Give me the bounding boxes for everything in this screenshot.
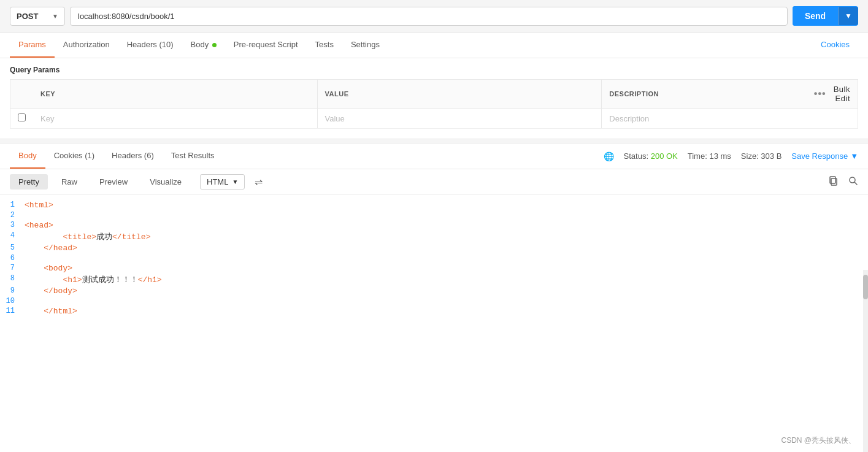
- code-line-7: 7 <body>: [0, 263, 868, 274]
- code-display: 1 <html> 2 3 <head> 4: [0, 195, 868, 321]
- svg-line-3: [855, 182, 857, 185]
- code-line-5: 5 </head>: [0, 243, 868, 253]
- send-button-group: Send ▼: [793, 6, 858, 26]
- resp-tab-body[interactable]: Body: [10, 144, 45, 169]
- tab-authorization[interactable]: Authorization: [55, 33, 118, 58]
- watermark: CSDN @秃头披风侠、: [781, 435, 856, 446]
- send-dropdown-button[interactable]: ▼: [838, 7, 858, 25]
- key-cell: Key: [33, 109, 317, 129]
- code-line-11: 11 </html>: [0, 306, 868, 316]
- tab-prerequest[interactable]: Pre-request Script: [225, 33, 307, 58]
- format-chevron-icon: ▼: [232, 178, 238, 185]
- line-num-3: 3: [0, 221, 25, 229]
- response-tabs-row: Body Cookies (1) Headers (6) Test Result…: [0, 144, 868, 169]
- th-key: KEY: [33, 80, 317, 109]
- row-checkbox-cell: [10, 109, 34, 129]
- copy-icon[interactable]: [829, 176, 839, 188]
- line-content-9: </body>: [25, 286, 868, 296]
- line-num-9: 9: [0, 286, 25, 295]
- line-num-7: 7: [0, 264, 25, 272]
- send-button[interactable]: Send: [793, 6, 838, 26]
- resp-tab-headers[interactable]: Headers (6): [103, 144, 163, 169]
- code-line-9: 9 </body>: [0, 286, 868, 296]
- scrollbar-track: [863, 270, 868, 452]
- description-cell: Description: [602, 109, 807, 129]
- status-value: 200 OK: [651, 151, 678, 161]
- section-divider: [0, 139, 868, 144]
- line-num-6: 6: [0, 254, 25, 262]
- line-num-4: 4: [0, 231, 25, 240]
- app-container: POST ▼ Send ▼ Params Authorization Heade…: [0, 0, 868, 452]
- format-tab-preview[interactable]: Preview: [91, 174, 136, 190]
- value-cell: Value: [317, 109, 602, 129]
- save-response-button[interactable]: Save Response ▼: [791, 151, 858, 161]
- tab-cookies[interactable]: Cookies: [812, 33, 858, 58]
- format-tab-visualize[interactable]: Visualize: [141, 174, 190, 190]
- params-empty-row: Key Value Description: [10, 109, 858, 129]
- format-tab-pretty[interactable]: Pretty: [10, 174, 48, 190]
- request-tabs: Params Authorization Headers (10) Body P…: [0, 33, 868, 58]
- wrap-lines-icon[interactable]: ⇌: [255, 176, 263, 188]
- tab-headers[interactable]: Headers (10): [118, 33, 182, 58]
- th-description: DESCRIPTION: [602, 80, 807, 109]
- row-checkbox[interactable]: [18, 113, 26, 121]
- time-label: Time: 13 ms: [688, 151, 731, 161]
- globe-icon: 🌐: [604, 151, 614, 161]
- line-num-11: 11: [0, 307, 25, 315]
- tab-tests[interactable]: Tests: [307, 33, 342, 58]
- size-value: 303 B: [761, 151, 782, 161]
- tab-body[interactable]: Body: [182, 33, 225, 58]
- save-response-chevron-icon: ▼: [850, 151, 858, 161]
- method-label: POST: [17, 12, 38, 21]
- th-actions: ••• Bulk Edit: [807, 80, 858, 109]
- format-tab-raw[interactable]: Raw: [53, 174, 86, 190]
- line-num-2: 2: [0, 211, 25, 220]
- line-content-1: <html>: [25, 201, 868, 210]
- code-line-4: 4 <title>成功</title>: [0, 231, 868, 243]
- row-actions-cell: [807, 109, 858, 129]
- format-selector[interactable]: HTML ▼: [200, 174, 245, 190]
- code-line-10: 10: [0, 296, 868, 306]
- method-chevron-icon: ▼: [52, 13, 58, 20]
- th-value: VALUE: [317, 80, 602, 109]
- line-content-5: </head>: [25, 243, 868, 253]
- line-num-1: 1: [0, 201, 25, 209]
- line-num-10: 10: [0, 297, 25, 305]
- code-line-2: 2: [0, 210, 868, 220]
- line-content-11: </html>: [25, 307, 868, 316]
- more-options-icon[interactable]: •••: [814, 88, 826, 99]
- query-params-title: Query Params: [10, 66, 858, 74]
- code-line-1: 1 <html>: [0, 200, 868, 210]
- query-params-section: Query Params KEY VALUE DESCRIPTION: [0, 58, 868, 129]
- url-input[interactable]: [70, 7, 788, 26]
- method-selector[interactable]: POST ▼: [10, 7, 65, 26]
- line-content-3: <head>: [25, 221, 868, 230]
- url-bar: POST ▼ Send ▼: [0, 0, 868, 33]
- size-label: Size: 303 B: [741, 151, 782, 161]
- response-section: Body Cookies (1) Headers (6) Test Result…: [0, 144, 868, 321]
- line-num-5: 5: [0, 243, 25, 252]
- resp-tab-cookies[interactable]: Cookies (1): [45, 144, 103, 169]
- time-value: 13 ms: [709, 151, 731, 161]
- body-dot-indicator: [212, 43, 217, 47]
- bulk-edit-button[interactable]: Bulk Edit: [834, 85, 850, 103]
- scrollbar-thumb[interactable]: [863, 275, 868, 299]
- code-line-6: 6: [0, 253, 868, 263]
- code-line-8: 8 <h1>测试成功！！！</h1>: [0, 274, 868, 286]
- line-content-7: <body>: [25, 264, 868, 273]
- line-num-8: 8: [0, 274, 25, 283]
- line-content-4: <title>成功</title>: [25, 231, 868, 242]
- resp-tab-test-results[interactable]: Test Results: [163, 144, 223, 169]
- params-table: KEY VALUE DESCRIPTION ••• Bulk Edit: [10, 79, 858, 129]
- th-checkbox: [10, 80, 34, 109]
- tab-params[interactable]: Params: [10, 33, 55, 58]
- status-label: Status: 200 OK: [624, 151, 678, 161]
- line-content-8: <h1>测试成功！！！</h1>: [25, 274, 868, 285]
- search-icon[interactable]: [848, 176, 858, 188]
- code-line-3: 3 <head>: [0, 220, 868, 231]
- tab-settings[interactable]: Settings: [342, 33, 388, 58]
- response-status-info: 🌐 Status: 200 OK Time: 13 ms Size: 303 B…: [604, 151, 858, 161]
- format-bar: Pretty Raw Preview Visualize HTML ▼ ⇌: [0, 169, 868, 195]
